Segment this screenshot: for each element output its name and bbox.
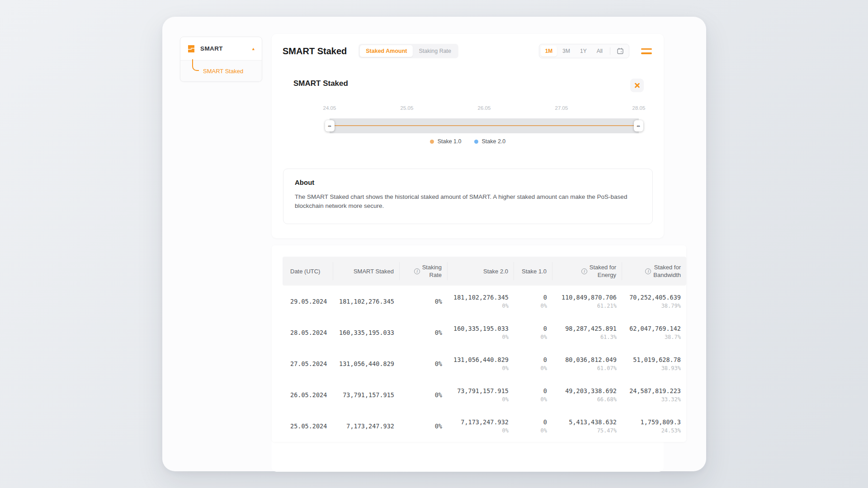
- column-header: SMART Staked: [333, 262, 400, 280]
- cell-value: 0%: [400, 297, 442, 305]
- chart-legend: Stake 1.0 Stake 2.0: [272, 138, 664, 145]
- cell-percentage: 38.7%: [622, 333, 681, 341]
- range-1y[interactable]: 1Y: [576, 46, 591, 56]
- panel-header: SMART Staked Staked Amount Staking Rate …: [272, 34, 664, 58]
- navigator-series-line: [330, 125, 639, 126]
- info-icon[interactable]: i: [581, 268, 587, 274]
- menu-button[interactable]: [640, 47, 653, 55]
- chart-x-axis: 24.05 25.05 26.05 27.05 28.05: [330, 105, 639, 112]
- chart-panel: SMART Staked Staked Amount Staking Rate …: [272, 34, 664, 238]
- table-cell: 0%: [400, 328, 448, 337]
- cell-value: 29.05.2024: [290, 297, 333, 305]
- divider: [610, 47, 610, 55]
- cell-percentage: 0%: [448, 427, 509, 434]
- cell-value: 110,849,870.706: [552, 293, 617, 301]
- navigator-left-handle[interactable]: ◂▸: [325, 120, 335, 131]
- menu-icon: [641, 52, 652, 54]
- token-name: SMART: [200, 45, 223, 52]
- cell-percentage: 0%: [448, 333, 509, 341]
- cell-value: 0%: [400, 422, 442, 430]
- table-row: 27.05.2024131,056,440.8290%131,056,440.8…: [283, 348, 686, 379]
- main-card: SMART ▲ SMART Staked SMART Staked Staked…: [162, 17, 706, 471]
- table-cell: 0%: [400, 422, 448, 430]
- axis-tick: 28.05: [632, 105, 646, 111]
- cell-percentage: 0%: [514, 333, 547, 341]
- table-cell: 160,335,195.033: [333, 328, 400, 337]
- table-cell: 00%: [514, 387, 552, 403]
- table-panel: Date (UTC)SMART StakediStaking RateStake…: [272, 245, 686, 442]
- table-row: 28.05.2024160,335,195.0330%160,335,195.0…: [283, 317, 686, 348]
- cell-value: 181,102,276.345: [448, 293, 509, 301]
- table-row: 26.05.202473,791,157.9150%73,791,157.915…: [283, 379, 686, 410]
- axis-tick: 24.05: [323, 105, 336, 111]
- cell-value: 131,056,440.829: [448, 356, 509, 364]
- cell-value: 181,102,276.345: [333, 297, 394, 305]
- cell-value: 28.05.2024: [290, 328, 333, 337]
- range-1m[interactable]: 1M: [541, 46, 557, 56]
- legend-item-stake1[interactable]: Stake 1.0: [430, 138, 462, 145]
- staked-table: Date (UTC)SMART StakediStaking RateStake…: [283, 257, 686, 441]
- sidebar-item-smart-staked[interactable]: SMART Staked: [203, 61, 243, 81]
- column-header: Stake 2.0: [448, 262, 514, 280]
- table-cell: 62,047,769.14238.7%: [622, 324, 686, 341]
- smart-logo-icon: [187, 44, 196, 53]
- tab-staked-amount[interactable]: Staked Amount: [360, 45, 413, 57]
- cell-value: 131,056,440.829: [333, 360, 394, 368]
- range-navigator[interactable]: ◂▸ ◂▸: [330, 118, 639, 133]
- info-icon[interactable]: i: [645, 268, 651, 274]
- table-cell: 00%: [514, 356, 552, 372]
- table-cell: 49,203,338.69266.68%: [552, 387, 622, 403]
- range-all[interactable]: All: [592, 46, 607, 56]
- header-controls: 1M 3M 1Y All: [539, 44, 653, 58]
- column-header-label: Stake 2.0: [483, 267, 508, 275]
- legend-label: Stake 1.0: [438, 138, 462, 145]
- close-icon: [634, 82, 640, 89]
- cell-value: 0: [514, 293, 547, 301]
- cell-percentage: 61.21%: [552, 302, 617, 310]
- table-cell: 0%: [400, 360, 448, 368]
- legend-item-stake2[interactable]: Stake 2.0: [474, 138, 506, 145]
- cell-value: 27.05.2024: [290, 360, 333, 368]
- table-cell: 181,102,276.345: [333, 297, 400, 305]
- column-header-label: Staked for Bandwidth: [653, 263, 681, 279]
- table-cell: 98,287,425.89161.3%: [552, 324, 622, 341]
- cell-value: 0%: [400, 391, 442, 399]
- table-cell: 28.05.2024: [283, 328, 333, 337]
- cell-percentage: 0%: [514, 365, 547, 372]
- token-selector[interactable]: SMART ▲: [180, 37, 262, 61]
- page-title: SMART Staked: [283, 46, 347, 56]
- cell-percentage: 0%: [448, 365, 509, 372]
- navigator-right-handle[interactable]: ◂▸: [634, 120, 643, 131]
- table-cell: 00%: [514, 293, 552, 310]
- column-header: iStaked for Bandwidth: [622, 262, 686, 280]
- calendar-button[interactable]: [613, 47, 627, 56]
- column-header-label: SMART Staked: [354, 267, 394, 275]
- column-header: Stake 1.0: [514, 262, 552, 280]
- cell-percentage: 61.3%: [552, 333, 617, 341]
- cell-value: 1,759,809.3: [622, 418, 681, 426]
- legend-dot-stake2: [474, 140, 478, 144]
- cell-percentage: 0%: [514, 427, 547, 434]
- table-cell: 131,056,440.829: [333, 360, 400, 368]
- table-cell: 26.05.2024: [283, 391, 333, 399]
- chart-title: SMART Staked: [293, 79, 348, 88]
- cell-percentage: 0%: [514, 302, 547, 310]
- close-chart-button[interactable]: [630, 79, 644, 92]
- cell-percentage: 0%: [448, 396, 509, 403]
- chevron-up-icon[interactable]: ▲: [251, 47, 255, 51]
- table-cell: 00%: [514, 324, 552, 341]
- column-header-label: Staking Rate: [422, 263, 442, 279]
- tab-staking-rate[interactable]: Staking Rate: [413, 45, 457, 57]
- cell-value: 0: [514, 418, 547, 426]
- table-cell: 25.05.2024: [283, 422, 333, 430]
- cell-value: 98,287,425.891: [552, 324, 617, 333]
- menu-icon: [641, 48, 652, 50]
- cell-percentage: 66.68%: [552, 396, 617, 403]
- cell-percentage: 38.93%: [622, 365, 681, 372]
- cell-percentage: 61.07%: [552, 365, 617, 372]
- calendar-icon: [617, 47, 624, 55]
- info-icon[interactable]: i: [414, 268, 420, 274]
- column-header-label: Stake 1.0: [522, 267, 547, 275]
- range-3m[interactable]: 3M: [558, 46, 575, 56]
- token-sidebar: SMART ▲ SMART Staked: [180, 37, 262, 82]
